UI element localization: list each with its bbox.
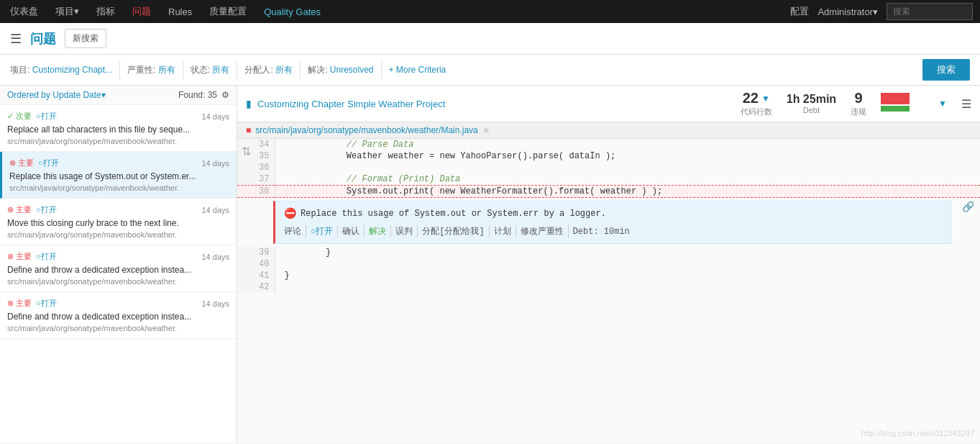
filter-bar: 项目: Customizing Chapt... 严重性: 所有 状态: 所有 … xyxy=(0,55,980,86)
code-panel: ⇅ 34 // Parse Data 35 Weather weather = … xyxy=(237,139,980,443)
stat-debt: 1h 25min Debt xyxy=(787,93,836,114)
stat-lines-arrow[interactable]: ▼ xyxy=(761,94,770,104)
nav-metrics[interactable]: 指标 xyxy=(93,5,118,18)
list-item[interactable]: ⊗ 主要 ○打开 14 days Replace this usage of S… xyxy=(0,152,237,199)
status-open: ○打开 xyxy=(36,298,57,309)
admin-button[interactable]: Administrator▾ xyxy=(818,6,878,17)
action-open[interactable]: ○打开 xyxy=(306,225,338,237)
table-row: 40 xyxy=(237,258,980,270)
stat-lines-value: 22 xyxy=(743,90,759,107)
issue-inline-cell: ⛔ Replace this usage of System.out or Sy… xyxy=(237,198,980,248)
order-by-button[interactable]: Ordered by Update Date▾ xyxy=(7,90,106,100)
filter-assignee[interactable]: 分配人: 所有 xyxy=(237,61,301,79)
hamburger-icon[interactable]: ☰ xyxy=(10,31,22,47)
line-number: 37 xyxy=(237,173,275,186)
table-row: 39 } xyxy=(237,247,980,258)
line-content: // Parse Data xyxy=(275,139,980,150)
line-content xyxy=(275,281,980,293)
line-number: 38 xyxy=(237,186,275,198)
debt-text: Debt: 10min xyxy=(569,227,630,237)
action-comment[interactable]: 评论 xyxy=(284,225,306,237)
stat-violations-label: 违规 xyxy=(851,107,866,117)
filter-resolution[interactable]: 解决: Unresolved xyxy=(301,61,381,79)
line-number: 36 xyxy=(237,162,275,173)
filter-status[interactable]: 状态: 所有 xyxy=(183,61,238,79)
issue-message: Define and throw a dedicated exception i… xyxy=(7,312,229,322)
table-row: 36 xyxy=(237,162,980,173)
days-ago: 14 days xyxy=(201,206,229,214)
table-row: 38 System.out.print( new WeatherFormatte… xyxy=(237,186,980,198)
chart-bar-minor xyxy=(881,106,910,112)
found-count: Found: 35 xyxy=(178,90,217,100)
filter-status-value: 所有 xyxy=(212,65,229,75)
nav-projects[interactable]: 项目▾ xyxy=(52,5,82,18)
action-false-positive[interactable]: 误判 xyxy=(391,225,418,237)
days-ago: 14 days xyxy=(201,112,229,121)
severity-major-icon: ⊗ 主要 xyxy=(9,158,34,168)
table-row: 37 // Format (Print) Data xyxy=(237,173,980,186)
filter-project[interactable]: 项目: Customizing Chapt... xyxy=(10,61,120,79)
code-comment: // Parse Data xyxy=(284,140,413,150)
issue-header: ⊗ 主要 ○打开 14 days xyxy=(9,158,229,168)
project-name-link[interactable]: Customizing Chapter Simple Weather Proje… xyxy=(257,99,445,109)
expand-button[interactable]: ⇅ xyxy=(242,145,251,158)
table-row: 42 xyxy=(237,281,980,293)
line-content: // Format (Print) Data xyxy=(275,173,980,186)
left-panel-header: Ordered by Update Date▾ Found: 35 ⚙ xyxy=(0,86,237,105)
secondary-navigation: ☰ 问题 新搜索 xyxy=(0,23,980,55)
action-assign[interactable]: 分配[分配给我] xyxy=(418,225,489,237)
star-icon[interactable]: ★ xyxy=(482,125,490,135)
chart-bar-critical xyxy=(881,93,910,104)
nav-issues[interactable]: 问题 xyxy=(129,5,154,18)
code-table: 34 // Parse Data 35 Weather weather = ne… xyxy=(237,139,980,293)
issue-header: ⊗ 主要 ○打开 14 days xyxy=(7,251,229,262)
filter-project-value: Customizing Chapt... xyxy=(32,65,112,75)
list-item[interactable]: ⊗ 主要 ○打开 14 days Define and throw a dedi… xyxy=(0,245,237,292)
issue-inline-panel: ⛔ Replace this usage of System.out or Sy… xyxy=(273,201,951,244)
action-resolve[interactable]: 解决 xyxy=(365,225,391,237)
file-path-link[interactable]: src/main/java/org/sonatype/mavenbook/wea… xyxy=(255,125,478,135)
search-button[interactable]: 搜索 xyxy=(922,59,970,81)
stat-debt-label: Debt xyxy=(803,106,820,114)
right-panel-stats: 22 ▼ 代码行数 1h 25min Debt 9 违规 ▼ xyxy=(741,90,971,117)
right-panel: ▮ Customizing Chapter Simple Weather Pro… xyxy=(237,86,980,443)
nav-rules[interactable]: Rules xyxy=(165,6,195,17)
chart-dropdown-arrow[interactable]: ▼ xyxy=(938,99,947,109)
watermark: http://blog.csdn.net/u012343297 xyxy=(861,429,974,438)
status-open: ○打开 xyxy=(36,251,57,262)
issue-message: Move this closing curly brace to the nex… xyxy=(7,218,229,228)
issue-inline-message: Replace this usage of System.out or Syst… xyxy=(301,209,606,219)
settings-icon[interactable]: ⚙ xyxy=(221,90,229,100)
list-item[interactable]: ⊗ 主要 ○打开 14 days Define and throw a dedi… xyxy=(0,292,237,339)
external-link-icon[interactable]: 🔗 xyxy=(962,201,974,213)
filter-severity[interactable]: 严重性: 所有 xyxy=(120,61,183,79)
issue-message: Define and throw a dedicated exception i… xyxy=(7,265,229,275)
file-icon: ■ xyxy=(246,125,251,135)
more-criteria-button[interactable]: + More Criteria xyxy=(382,62,454,78)
status-open: ○打开 xyxy=(36,204,57,215)
filter-severity-value: 所有 xyxy=(158,65,175,75)
filter-project-label: 项目: xyxy=(10,65,29,75)
stat-debt-value: 1h 25min xyxy=(787,93,836,106)
severity-major-icon: ⊗ 主要 xyxy=(7,298,32,309)
action-confirm[interactable]: 确认 xyxy=(338,225,365,237)
severity-major-icon: ⊗ 主要 xyxy=(7,204,32,215)
main-layout: Ordered by Update Date▾ Found: 35 ⚙ ✓ 次要… xyxy=(0,86,980,443)
action-severity[interactable]: 修改严重性 xyxy=(516,225,569,237)
action-plan[interactable]: 计划 xyxy=(490,225,516,237)
nav-dashboard[interactable]: 仪表盘 xyxy=(7,5,41,18)
top-navigation: 仪表盘 项目▾ 指标 问题 Rules 质量配置 Quality Gates 配… xyxy=(0,0,980,23)
list-item[interactable]: ⊗ 主要 ○打开 14 days Move this closing curly… xyxy=(0,199,237,245)
menu-icon[interactable]: ☰ xyxy=(961,97,971,111)
table-row: 34 // Parse Data xyxy=(237,139,980,150)
issue-header: ⊗ 主要 ○打开 14 days xyxy=(7,298,229,309)
search-input[interactable] xyxy=(887,3,973,20)
stat-violations: 9 违规 xyxy=(851,90,866,117)
nav-quality-profiles[interactable]: 质量配置 xyxy=(206,5,249,18)
nav-quality-gates[interactable]: Quality Gates xyxy=(261,6,324,17)
list-item[interactable]: ✓ 次要 ○打开 14 days Replace all tab charact… xyxy=(0,105,237,152)
filter-assignee-label: 分配人: xyxy=(244,65,273,75)
issue-header: ⊗ 主要 ○打开 14 days xyxy=(7,204,229,215)
new-search-button[interactable]: 新搜索 xyxy=(65,29,106,48)
config-button[interactable]: 配置 xyxy=(790,5,809,18)
